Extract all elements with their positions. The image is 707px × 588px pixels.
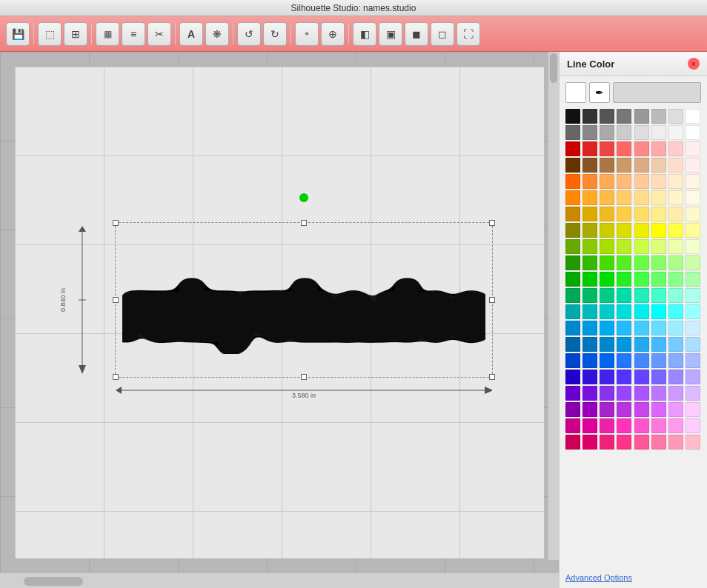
undo-button[interactable]: ↺	[237, 22, 261, 46]
color-swatch[interactable]	[686, 370, 700, 384]
color-swatch[interactable]	[668, 435, 683, 450]
color-swatch[interactable]	[565, 141, 580, 156]
color-swatch[interactable]	[651, 255, 666, 270]
color-swatch[interactable]	[651, 402, 666, 417]
color-swatch[interactable]	[686, 141, 700, 156]
color-swatch[interactable]	[617, 158, 631, 173]
color-swatch[interactable]	[600, 288, 614, 303]
color-swatch[interactable]	[617, 125, 631, 140]
color-swatch[interactable]	[582, 304, 597, 319]
color-swatch[interactable]	[686, 174, 700, 189]
color-swatch[interactable]	[634, 223, 649, 238]
color-swatch[interactable]	[565, 239, 580, 254]
handle-top-left[interactable]	[113, 220, 119, 226]
color-swatch[interactable]	[582, 223, 597, 238]
color-swatch[interactable]	[582, 418, 597, 433]
color-swatch[interactable]	[686, 125, 700, 140]
handle-bottom-right[interactable]	[489, 374, 495, 380]
color-swatch[interactable]	[582, 288, 597, 303]
color-swatch[interactable]	[634, 370, 649, 384]
color-swatch[interactable]	[582, 207, 597, 221]
color-swatch[interactable]	[617, 386, 631, 401]
path-button[interactable]: ⌖	[295, 22, 319, 46]
rotation-handle[interactable]	[299, 193, 308, 202]
color-swatch[interactable]	[617, 402, 631, 417]
color-swatch[interactable]	[668, 125, 683, 140]
horizontal-scrollbar[interactable]	[0, 575, 559, 588]
color-swatch[interactable]	[617, 337, 631, 352]
color-swatch[interactable]	[600, 239, 614, 254]
color-swatch[interactable]	[582, 255, 597, 270]
color-swatch[interactable]	[600, 272, 614, 287]
color-swatch[interactable]	[565, 174, 580, 189]
color-swatch[interactable]	[651, 337, 666, 352]
color-swatch[interactable]	[668, 402, 683, 417]
color-swatch[interactable]	[634, 141, 649, 156]
fullscreen-button[interactable]: ⛶	[457, 22, 480, 46]
color-swatch[interactable]	[600, 402, 614, 417]
color-swatch[interactable]	[600, 158, 614, 173]
color-swatch[interactable]	[686, 402, 700, 417]
color-swatch[interactable]	[582, 239, 597, 254]
color-swatch[interactable]	[582, 337, 597, 352]
color-swatch[interactable]	[668, 386, 683, 401]
vscroll-thumb[interactable]	[550, 53, 557, 83]
color-swatch[interactable]	[668, 353, 683, 368]
color-swatch[interactable]	[634, 239, 649, 254]
vertical-scrollbar[interactable]	[548, 52, 559, 560]
color-swatch[interactable]	[651, 239, 666, 254]
align-button[interactable]: ◼	[405, 22, 428, 46]
handle-top-right[interactable]	[489, 220, 495, 226]
color-swatch[interactable]	[582, 109, 597, 124]
color-swatch[interactable]	[565, 223, 580, 238]
eyedropper-swatch[interactable]: ✒	[589, 82, 610, 103]
transform-button[interactable]: ◻	[431, 22, 454, 46]
color-swatch[interactable]	[686, 255, 700, 270]
color-swatch[interactable]	[686, 288, 700, 303]
color-swatch[interactable]	[668, 288, 683, 303]
color-swatch[interactable]	[668, 337, 683, 352]
handle-mid-right[interactable]	[489, 297, 495, 303]
color-swatch[interactable]	[600, 321, 614, 335]
color-swatch[interactable]	[668, 255, 683, 270]
handle-bottom-left[interactable]	[113, 374, 119, 380]
color-swatch[interactable]	[651, 158, 666, 173]
color-swatch[interactable]	[686, 337, 700, 352]
handle-bottom-center[interactable]	[301, 374, 307, 380]
color-swatch[interactable]	[668, 207, 683, 221]
hscroll-thumb[interactable]	[24, 577, 83, 586]
text-button[interactable]: A	[179, 22, 203, 46]
color-swatch[interactable]	[651, 125, 666, 140]
pattern-button[interactable]: ❋	[205, 22, 229, 46]
color-swatch[interactable]	[651, 174, 666, 189]
color-swatch[interactable]	[634, 386, 649, 401]
color-swatch[interactable]	[565, 386, 580, 401]
no-fill-swatch[interactable]	[565, 82, 586, 103]
color-swatch[interactable]	[668, 239, 683, 254]
canvas-content[interactable]: 0.840 in 3.580 in	[0, 52, 559, 573]
color-swatch[interactable]	[600, 125, 614, 140]
color-swatch[interactable]	[617, 435, 631, 450]
color-swatch[interactable]	[582, 402, 597, 417]
color-swatch[interactable]	[565, 353, 580, 368]
color-swatch[interactable]	[651, 435, 666, 450]
color-swatch[interactable]	[600, 337, 614, 352]
color-swatch[interactable]	[600, 255, 614, 270]
color-swatch[interactable]	[617, 304, 631, 319]
color-swatch[interactable]	[617, 370, 631, 384]
zoom-button[interactable]: ▣	[379, 22, 402, 46]
color-swatch[interactable]	[634, 435, 649, 450]
color-swatch[interactable]	[617, 418, 631, 433]
color-swatch[interactable]	[686, 158, 700, 173]
color-swatch[interactable]	[634, 255, 649, 270]
color-swatch[interactable]	[686, 418, 700, 433]
color-swatch[interactable]	[565, 158, 580, 173]
color-swatch[interactable]	[600, 370, 614, 384]
color-swatch[interactable]	[686, 207, 700, 221]
color-swatch[interactable]	[617, 190, 631, 205]
color-swatch[interactable]	[565, 337, 580, 352]
color-swatch[interactable]	[582, 141, 597, 156]
color-swatch[interactable]	[600, 386, 614, 401]
color-swatch[interactable]	[582, 353, 597, 368]
weld-button[interactable]: ⊕	[321, 22, 345, 46]
